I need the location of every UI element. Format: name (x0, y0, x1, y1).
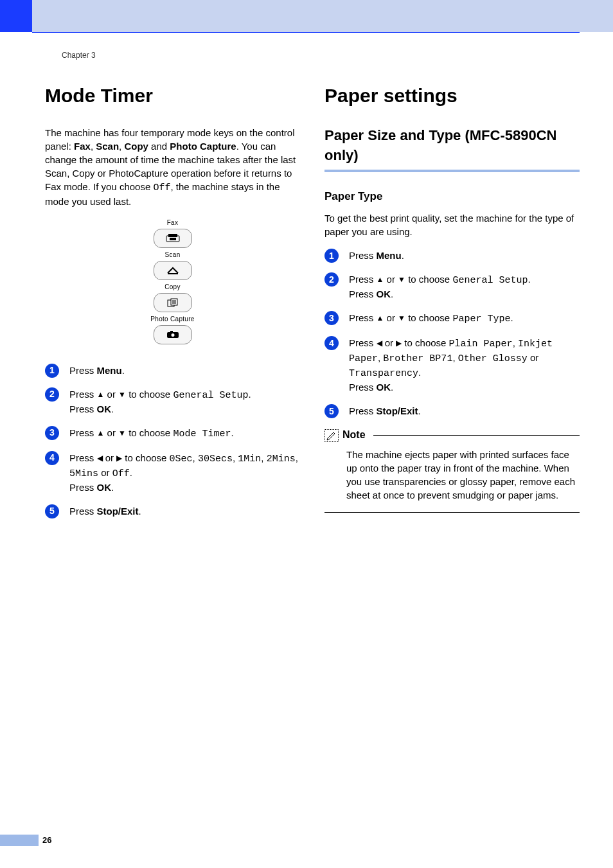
svg-rect-1 (168, 234, 177, 237)
step-4: 4 Press ◀ or ▶ to choose Plain Paper, In… (324, 336, 580, 394)
heading-mode-timer: Mode Timer (45, 82, 300, 109)
control-panel-illustration: Fax Scan Copy Photo Capture (128, 218, 218, 344)
scan-icon (166, 266, 179, 275)
down-arrow-icon: ▼ (398, 275, 405, 284)
header-blue-block (0, 0, 32, 32)
header-rule (32, 32, 580, 33)
svg-rect-11 (170, 331, 173, 333)
footer-bar (0, 835, 39, 846)
pencil-note-icon (324, 429, 339, 442)
step-number-5: 5 (324, 404, 339, 418)
left-arrow-icon: ◀ (377, 339, 382, 348)
up-arrow-icon: ▲ (377, 314, 384, 323)
step-4: 4 Press ◀ or ▶ to choose 0Sec, 30Secs, 1… (45, 451, 300, 494)
step-number-5: 5 (45, 504, 59, 518)
copy-icon (167, 298, 179, 307)
subhead-paper-type: Paper Type (324, 189, 580, 204)
note-block: Note The machine ejects paper with print… (324, 428, 580, 512)
note-end-rule (324, 512, 580, 513)
panel-scan-label: Scan (128, 251, 218, 260)
step-number-3: 3 (45, 426, 59, 440)
fax-icon (166, 234, 180, 243)
page-number: 26 (42, 835, 51, 846)
panel-scan-button (154, 261, 192, 280)
step-number-1: 1 (45, 364, 59, 378)
mode-timer-steps: 1 Press Menu. 2 Press ▲ or ▼ to choose G… (45, 364, 300, 518)
step-2: 2 Press ▲ or ▼ to choose General Setup. … (45, 387, 300, 416)
note-rule (373, 435, 580, 436)
camera-icon (166, 331, 179, 339)
up-arrow-icon: ▲ (97, 429, 105, 438)
step-number-4: 4 (45, 451, 59, 465)
up-arrow-icon: ▲ (97, 390, 105, 399)
step-3: 3 Press ▲ or ▼ to choose Mode Timer. (45, 426, 300, 441)
step-number-3: 3 (324, 311, 339, 325)
svg-rect-3 (168, 273, 178, 274)
step-1: 1 Press Menu. (324, 249, 580, 262)
svg-rect-2 (170, 238, 176, 240)
subheading-underline (324, 170, 580, 172)
right-column: Paper settings Paper Size and Type (MFC-… (324, 82, 580, 528)
paper-type-intro: To get the best print quality, set the m… (324, 211, 580, 238)
panel-fax-label: Fax (128, 218, 218, 227)
step-number-1: 1 (324, 249, 339, 263)
content-columns: Mode Timer The machine has four temporar… (45, 82, 580, 528)
subheading-paper-size-type: Paper Size and Type (MFC-5890CN only) (324, 126, 580, 166)
right-arrow-icon: ▶ (116, 454, 122, 463)
step-2: 2 Press ▲ or ▼ to choose General Setup. … (324, 272, 580, 301)
down-arrow-icon: ▼ (398, 314, 405, 323)
right-arrow-icon: ▶ (396, 339, 402, 348)
mode-timer-intro: The machine has four temporary mode keys… (45, 126, 300, 208)
down-arrow-icon: ▼ (118, 429, 126, 438)
step-5: 5 Press Stop/Exit. (324, 404, 580, 418)
step-number-4: 4 (324, 336, 339, 350)
step-1: 1 Press Menu. (45, 364, 300, 377)
heading-paper-settings: Paper settings (324, 82, 580, 109)
paper-type-steps: 1 Press Menu. 2 Press ▲ or ▼ to choose G… (324, 249, 580, 418)
header-light-bar (32, 0, 613, 32)
note-title: Note (342, 428, 366, 442)
left-arrow-icon: ◀ (97, 454, 103, 463)
panel-copy-label: Copy (128, 283, 218, 292)
up-arrow-icon: ▲ (377, 275, 384, 284)
svg-point-10 (171, 333, 174, 337)
panel-fax-button (154, 229, 192, 248)
step-number-2: 2 (45, 387, 59, 402)
step-5: 5 Press Stop/Exit. (45, 504, 300, 518)
left-column: Mode Timer The machine has four temporar… (45, 82, 300, 528)
step-3: 3 Press ▲ or ▼ to choose Paper Type. (324, 311, 580, 326)
step-number-2: 2 (324, 272, 339, 287)
down-arrow-icon: ▼ (118, 390, 126, 399)
panel-copy-button (154, 293, 192, 312)
panel-photo-button (154, 325, 192, 344)
chapter-label: Chapter 3 (62, 50, 96, 61)
panel-photo-label: Photo Capture (128, 315, 218, 324)
note-body: The machine ejects paper with printed su… (324, 448, 580, 508)
